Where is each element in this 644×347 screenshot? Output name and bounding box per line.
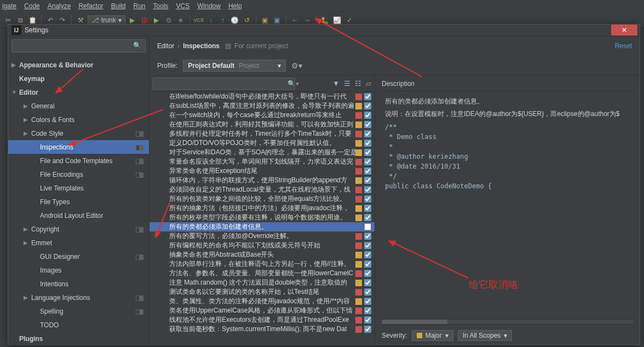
stop-icon[interactable]: ■ xyxy=(176,15,186,25)
inspection-checkbox[interactable] xyxy=(364,316,371,323)
settings-search-input[interactable] xyxy=(12,39,146,53)
inspection-checkbox[interactable] xyxy=(364,205,371,212)
eraser-icon[interactable]: ▱ xyxy=(366,79,371,88)
tree-item-editor[interactable]: ▼Editor xyxy=(8,85,149,99)
inspection-checkbox[interactable] xyxy=(364,242,371,249)
inspection-row[interactable]: 类、类属性、类方法的注释必须使用javadoc规范，使用/**内容 xyxy=(150,297,375,306)
inspection-row[interactable]: 所有的覆写方法，必须加@Override注解。 xyxy=(150,232,375,241)
profile-gear-icon[interactable]: ⚙▾ xyxy=(291,61,302,70)
vcs-update-icon[interactable]: ↓ xyxy=(206,15,216,25)
inspection-checkbox[interactable] xyxy=(364,270,371,277)
inspection-checkbox[interactable] xyxy=(364,93,371,100)
menu-igate[interactable]: igate xyxy=(2,2,16,10)
redo-icon[interactable]: ↷ xyxy=(58,15,67,25)
tree-item-file-types[interactable]: File Types xyxy=(8,195,149,209)
tree-item-colors-fonts[interactable]: ▶Colors & Fonts xyxy=(8,113,149,126)
tool2-icon[interactable]: ▣ xyxy=(272,15,282,25)
inspection-checkbox[interactable] xyxy=(364,223,371,230)
inspection-checkbox[interactable] xyxy=(364,140,371,147)
inspection-row[interactable]: 所有编程相关的命名均不能以下划线或美元符号开始 xyxy=(150,241,375,250)
menu-help[interactable]: Help xyxy=(228,2,242,10)
tree-item-keymap[interactable]: Keymap xyxy=(8,72,149,85)
tree-item-intentions[interactable]: Intentions xyxy=(8,277,149,291)
filter-icon[interactable]: ▼ xyxy=(332,79,340,88)
tree-item-appearance-behavior[interactable]: ▶Appearance & Behavior xyxy=(8,58,149,72)
chart-icon[interactable]: 📈 xyxy=(332,15,342,25)
vcs-history-icon[interactable]: 🕓 xyxy=(230,15,240,25)
tree-item-language-injections[interactable]: ▶Language Injections xyxy=(8,291,149,304)
tree-item-gui-designer[interactable]: GUI Designer xyxy=(8,250,149,263)
severity-combo[interactable]: Major▾ xyxy=(412,330,453,341)
tree-item-spelling[interactable]: Spelling xyxy=(8,304,149,318)
cut-icon[interactable]: ✂ xyxy=(3,15,13,25)
inspection-row[interactable]: 在一个switch块内，每个case要么通过break/return等来终止 xyxy=(150,111,375,120)
inspection-row[interactable]: 抽象类命名使用Abstract或Base开头 xyxy=(150,250,375,259)
run-config-combo[interactable]: ⎇trunk▾ xyxy=(88,15,125,25)
tree-item-general[interactable]: ▶General xyxy=(8,99,149,113)
vcs-revert-icon[interactable]: ↺ xyxy=(242,15,252,25)
inspection-row[interactable]: 所有的类都必须添加创建者信息。 xyxy=(150,222,375,232)
forward-icon[interactable]: → xyxy=(302,15,312,25)
inspection-row[interactable]: 在if/else/for/while/do语句中必须使用大括号，即使只有一行代 xyxy=(150,92,375,101)
inspection-row[interactable]: 方法内部单行注释，在被注释语句上方另起一行，使用//注释。 xyxy=(150,259,375,269)
inspection-checkbox[interactable] xyxy=(364,326,371,333)
inspection-checkbox[interactable] xyxy=(364,307,371,314)
bug-icon[interactable]: 🐛 xyxy=(320,15,330,25)
copy-icon[interactable]: ⧉ xyxy=(15,15,25,25)
inspection-row[interactable]: 线程池不允许使用Executors去创建，而是通过ThreadPoolExe xyxy=(150,315,375,325)
build-icon[interactable]: ⚒ xyxy=(76,15,85,25)
inspection-row[interactable]: 必须回收自定义的ThreadLocal变量，尤其在线程池场景下，线 xyxy=(150,185,375,194)
inspection-checkbox[interactable] xyxy=(364,251,371,258)
inspection-checkbox[interactable] xyxy=(364,261,371,268)
tree-item-android-layout-editor[interactable]: Android Layout Editor xyxy=(8,209,149,222)
scope-combo[interactable]: In All Scopes▾ xyxy=(458,330,512,341)
tree-item-plugins[interactable]: Plugins xyxy=(8,332,149,345)
vcs-commit-icon[interactable]: ↑ xyxy=(218,15,228,25)
tree-item-file-encodings[interactable]: File Encodings xyxy=(8,167,149,181)
inspection-row[interactable]: 多线程并行处理定时任务时，Timer运行多个TimeTask时，只要 xyxy=(150,129,375,138)
menu-build[interactable]: Build xyxy=(111,2,126,10)
inspection-row[interactable]: 定义DO/DTO/VO等POJO类时，不要加任何属性默认值。 xyxy=(150,138,375,148)
inspection-row[interactable]: 注意 Math.random() 这个方法返回是double类型，注意取值的 xyxy=(150,278,375,287)
inspection-row[interactable]: 常量命名应该全部大写，单词间用下划线隔开，力求语义表达完 xyxy=(150,157,375,166)
inspection-checkbox[interactable] xyxy=(364,112,371,119)
menu-code[interactable]: Code xyxy=(24,2,40,10)
inspection-row[interactable]: 获取当前毫秒数：System.currentTimeMillis(); 而不是n… xyxy=(150,325,375,334)
inspection-checkbox[interactable] xyxy=(364,102,371,109)
inspection-row[interactable]: 异常类命名使用Exception结尾 xyxy=(150,166,375,176)
tree-item-todo[interactable]: TODO xyxy=(8,318,149,332)
profile-icon[interactable]: ⊙ xyxy=(164,15,174,25)
inspections-list[interactable]: 在if/else/for/while/do语句中必须使用大括号，即使只有一行代在… xyxy=(150,92,375,345)
menu-vcs[interactable]: VCS xyxy=(176,2,190,10)
menu-tools[interactable]: Tools xyxy=(153,2,169,10)
inspection-checkbox[interactable] xyxy=(364,195,371,203)
inspection-row[interactable]: 所有的枚举类型字段必须要有注释，说明每个数据项的用途。 xyxy=(150,213,375,222)
settings-tree[interactable]: ▶Appearance & BehaviorKeymap▼Editor▶Gene… xyxy=(8,56,149,345)
inspection-row[interactable]: 循环体内，字符串的联接方式，使用StringBuilder的append方 xyxy=(150,176,375,185)
coverage-icon[interactable]: ▶ xyxy=(152,15,162,25)
inspection-checkbox[interactable] xyxy=(364,186,371,193)
inspection-checkbox[interactable] xyxy=(364,279,371,286)
inspection-checkbox[interactable] xyxy=(364,177,371,184)
tree-item-live-templates[interactable]: Live Templates xyxy=(8,181,149,195)
inspection-checkbox[interactable] xyxy=(364,233,371,240)
inspection-row[interactable]: 所有的抽象方法（包括接口中的方法）必须要用javadoc注释， xyxy=(150,204,375,213)
inspection-checkbox[interactable] xyxy=(364,121,371,128)
inspection-row[interactable]: 类名使用UpperCamelCase风格，必须遵从驼峰形式，但以下情 xyxy=(150,306,375,315)
tree-item-file-and-code-templates[interactable]: File and Code Templates xyxy=(8,154,149,167)
run-icon[interactable]: ▶ xyxy=(128,15,137,25)
paste-icon[interactable]: 📋 xyxy=(27,15,37,25)
menu-refactor[interactable]: Refactor xyxy=(78,2,103,10)
reset-link[interactable]: Reset xyxy=(615,42,632,50)
inspection-row[interactable]: 所有的包装类对象之间值的比较，全部使用equals方法比较。 xyxy=(150,194,375,204)
menu-window[interactable]: Window xyxy=(197,2,221,10)
tool1-icon[interactable]: ▣ xyxy=(260,15,270,25)
main-menubar[interactable]: igateCodeAnalyzeRefactorBuildRunToolsVCS… xyxy=(0,0,644,12)
inspection-row[interactable]: 测试类命名以它要测试的类的名称开始，以Test结尾 xyxy=(150,287,375,297)
inspection-checkbox[interactable] xyxy=(364,149,371,156)
inspection-row[interactable]: 在subList场景中，高度注意对原列表的修改，会导致子列表的遍 xyxy=(150,101,375,111)
inspection-row[interactable]: 方法名、参数名、成员变量、局部变量都统一使用lowerCamelC xyxy=(150,269,375,278)
dialog-titlebar[interactable]: IJ Settings ✕ xyxy=(8,25,640,36)
description-scrollbar[interactable] xyxy=(382,319,633,325)
inspection-row[interactable]: 对于Service和DAO类，基于SOA的理念，暴露出来的服务一定是 xyxy=(150,148,375,157)
